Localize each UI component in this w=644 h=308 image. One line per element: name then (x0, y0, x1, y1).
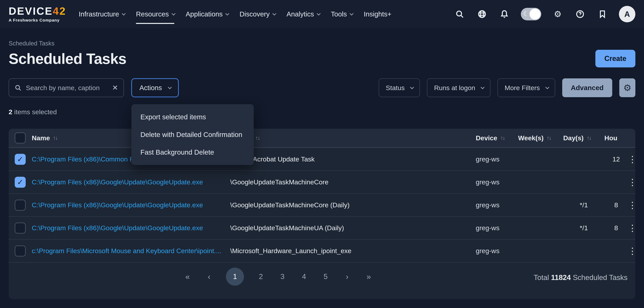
table-row: ✓ c:\Program Files\Microsoft Mouse and K… (9, 239, 635, 262)
nav-item-insights[interactable]: Insights+ (364, 0, 392, 28)
scheduled-tasks-table: ✓ Name↑↓ ↑↓ Device↑↓ Week(s)↑↓ Day(s)↑↓ … (9, 129, 635, 299)
advanced-button[interactable]: Advanced (562, 78, 612, 97)
search-box[interactable]: ✕ (9, 78, 124, 97)
chevron-down-icon (410, 85, 414, 89)
nav-item-resources[interactable]: Resources (136, 0, 174, 28)
prev-page-button[interactable]: ‹ (204, 272, 214, 281)
column-header-caption[interactable]: ↑↓ (230, 135, 476, 141)
chevron-down-icon (225, 11, 229, 15)
avatar[interactable]: A (619, 6, 635, 22)
nav-item-infrastructure[interactable]: Infrastructure (79, 0, 124, 28)
filter-runs-at-logon[interactable]: Runs at logon (427, 78, 490, 97)
moon-icon: ☾ (523, 10, 529, 18)
chevron-down-icon (317, 11, 321, 15)
clear-search-icon[interactable]: ✕ (112, 84, 118, 92)
actions-dropdown-button[interactable]: Actions (132, 78, 179, 97)
sort-icon[interactable]: ↑↓ (255, 135, 260, 141)
next-page-button[interactable]: › (342, 272, 352, 281)
menu-item-delete-with-confirmation[interactable]: Delete with Detailed Confirmation (132, 126, 254, 143)
hour-value: 8 (604, 224, 628, 232)
device-name: greg-ws (476, 201, 518, 209)
help-icon[interactable] (574, 8, 586, 20)
content-area: Scheduled Tasks Scheduled Tasks Create ✕… (0, 40, 644, 299)
sort-icon[interactable]: ↑↓ (500, 135, 505, 141)
gear-icon[interactable]: ⚙ (552, 8, 564, 20)
device-name: greg-ws (476, 178, 518, 186)
column-header-hour[interactable]: Hou (604, 134, 628, 142)
selected-text: items selected (12, 108, 57, 116)
page-title: Scheduled Tasks (9, 50, 126, 67)
task-name-link[interactable]: c:\Program Files\Microsoft Mouse and Key… (32, 247, 230, 255)
bell-icon[interactable] (498, 8, 510, 20)
globe-icon[interactable] (476, 8, 488, 20)
title-row: Scheduled Tasks Create (9, 50, 635, 67)
gear-icon: ⚙ (623, 83, 631, 92)
search-icon (14, 84, 22, 91)
first-page-button[interactable]: « (183, 272, 192, 281)
page-button-3[interactable]: 3 (278, 273, 287, 281)
bookmark-icon[interactable] (596, 8, 608, 20)
chevron-down-icon (545, 85, 549, 89)
chevron-down-icon (481, 85, 484, 89)
task-caption: \Adobe Acrobat Update Task (230, 155, 476, 163)
page-button-1[interactable]: 1 (226, 268, 244, 286)
nav-item-analytics[interactable]: Analytics (286, 0, 320, 28)
table-footer: « ‹ 1 2 3 4 5 › » Total 11824 Scheduled … (9, 262, 635, 299)
hour-value: 8 (604, 201, 628, 209)
chevron-down-icon (272, 11, 276, 15)
total-count: Total 11824 Scheduled Tasks (534, 274, 628, 282)
page-button-5[interactable]: 5 (321, 273, 330, 281)
row-checkbox[interactable]: ✓ (15, 223, 26, 234)
row-checkbox[interactable]: ✓ (15, 200, 26, 211)
table-settings-button[interactable]: ⚙ (619, 78, 635, 97)
breadcrumb[interactable]: Scheduled Tasks (9, 40, 635, 47)
create-button[interactable]: Create (595, 50, 635, 67)
filter-more-filters[interactable]: More Filters (498, 78, 555, 97)
row-menu-icon[interactable]: ⋮ (628, 246, 637, 256)
select-all-checkbox[interactable]: ✓ (15, 132, 26, 143)
table-row: ✓ C:\Program Files (x86)\Google\Update\G… (9, 170, 635, 193)
last-page-button[interactable]: » (364, 272, 374, 281)
table-row: ✓ C:\Program Files (x86)\Google\Update\G… (9, 216, 635, 239)
chevron-down-icon (168, 85, 172, 89)
sort-icon[interactable]: ↑↓ (547, 135, 551, 141)
search-icon[interactable] (454, 8, 466, 20)
menu-item-export-selected[interactable]: Export selected items (132, 108, 254, 126)
pagination: « ‹ 1 2 3 4 5 › » (183, 268, 374, 286)
task-caption: \GoogleUpdateTaskMachineCore (Daily) (230, 201, 476, 209)
device-name: greg-ws (476, 155, 518, 163)
table-row: ✓ C:\Program Files (x86)\Common Files\Ad… (9, 148, 635, 170)
top-navbar: DEVICE42 A Freshworks Company Infrastruc… (0, 0, 644, 28)
search-input[interactable] (26, 84, 108, 92)
row-checkbox[interactable]: ✓ (15, 246, 26, 257)
navbar-actions: ☾ ⚙ A (454, 6, 635, 22)
task-name-link[interactable]: C:\Program Files (x86)\Google\Update\Goo… (32, 224, 230, 232)
row-menu-icon[interactable]: ⋮ (628, 223, 637, 233)
menu-item-fast-background-delete[interactable]: Fast Background Delete (132, 143, 254, 161)
selected-count: 2 (9, 108, 12, 116)
logo-text: DEVICE42 (9, 6, 66, 16)
nav-item-applications[interactable]: Applications (186, 0, 228, 28)
chevron-down-icon (172, 11, 176, 15)
row-checkbox[interactable]: ✓ (15, 177, 26, 188)
row-menu-icon[interactable]: ⋮ (628, 154, 637, 164)
device42-logo[interactable]: DEVICE42 A Freshworks Company (9, 6, 66, 22)
column-header-days[interactable]: Day(s)↑↓ (563, 134, 604, 142)
column-header-weeks[interactable]: Week(s)↑↓ (518, 134, 563, 142)
theme-toggle[interactable]: ☾ (521, 8, 541, 20)
task-name-link[interactable]: C:\Program Files (x86)\Google\Update\Goo… (32, 178, 230, 186)
filter-status[interactable]: Status (379, 78, 420, 97)
row-menu-icon[interactable]: ⋮ (628, 177, 637, 187)
nav-item-tools[interactable]: Tools (331, 0, 352, 28)
device-name: greg-ws (476, 224, 518, 232)
page-button-4[interactable]: 4 (299, 273, 309, 281)
task-name-link[interactable]: C:\Program Files (x86)\Google\Update\Goo… (32, 201, 230, 209)
sort-icon[interactable]: ↑↓ (53, 135, 58, 141)
row-checkbox[interactable]: ✓ (15, 154, 26, 165)
sort-icon[interactable]: ↑↓ (587, 135, 591, 141)
nav-item-discovery[interactable]: Discovery (240, 0, 275, 28)
row-menu-icon[interactable]: ⋮ (628, 200, 637, 210)
page-button-2[interactable]: 2 (256, 273, 266, 281)
task-caption: \Microsoft_Hardware_Launch_ipoint_exe (230, 247, 476, 255)
column-header-device[interactable]: Device↑↓ (476, 134, 518, 142)
